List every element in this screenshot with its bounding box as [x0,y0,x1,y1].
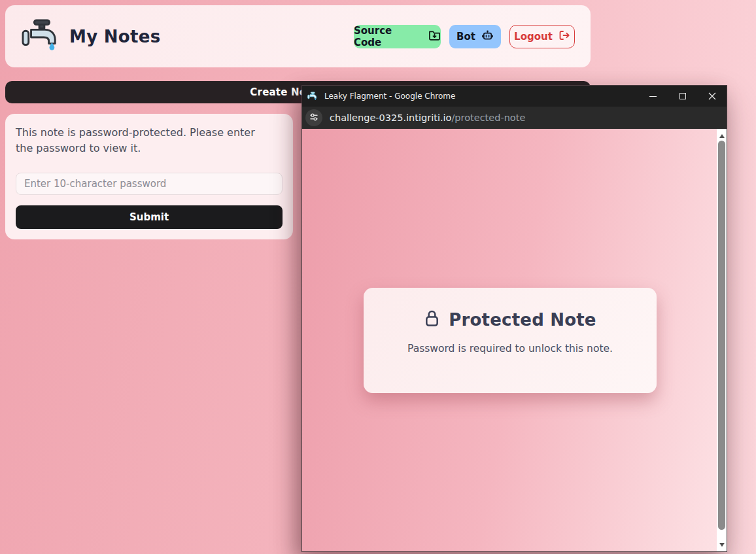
bot-button[interactable]: Bot [449,25,501,48]
password-input[interactable] [16,173,283,195]
scroll-up-button[interactable] [717,131,727,141]
window-title: Leaky Flagment - Google Chrome [324,92,455,101]
close-button[interactable] [697,86,727,107]
faucet-favicon-icon [307,92,318,101]
logout-label: Logout [514,31,553,43]
submit-button[interactable]: Submit [16,205,283,229]
site-settings-chip[interactable] [305,109,322,126]
protected-note-title: Protected Note [449,310,596,330]
vertical-scrollbar[interactable] [717,129,727,551]
protected-note-subtitle: Password is required to unlock this note… [364,343,657,355]
logout-icon [558,30,570,43]
maximize-button[interactable] [668,86,697,107]
scroll-down-icon [719,543,725,547]
desktop: My Notes Source Code Bot [0,0,756,554]
minimize-icon [649,96,657,97]
protected-note-card: Protected Note Password is required to u… [364,288,657,393]
address-bar[interactable]: challenge-0325.intigriti.io/protected-no… [302,107,727,129]
scroll-down-button[interactable] [717,540,727,549]
source-code-label: Source Code [354,25,422,48]
password-prompt-message: This note is password-protected. Please … [16,125,275,156]
folder-download-icon [428,29,441,43]
lock-icon [424,309,440,330]
close-icon [708,90,716,103]
url-path: /protected-note [451,113,525,123]
password-prompt-card: This note is password-protected. Please … [5,114,293,239]
header-buttons: Source Code Bot [354,25,575,48]
scroll-up-icon [719,134,725,138]
protected-note-title-row: Protected Note [364,309,657,330]
window-titlebar[interactable]: Leaky Flagment - Google Chrome [302,86,727,107]
app-header: My Notes Source Code Bot [5,5,591,67]
minimize-button[interactable] [638,86,668,107]
browser-viewport: Protected Note Password is required to u… [302,129,727,551]
tune-icon [309,112,318,124]
page-title: My Notes [69,27,160,46]
logout-button[interactable]: Logout [509,25,575,48]
faucet-icon [21,18,61,55]
maximize-icon [679,93,686,99]
bot-label: Bot [456,31,475,43]
robot-icon [481,30,494,43]
url-host: challenge-0325.intigriti.io [330,113,451,123]
url-text: challenge-0325.intigriti.io/protected-no… [330,113,525,123]
window-controls [638,86,727,107]
scrollbar-thumb[interactable] [718,141,725,530]
chrome-window: Leaky Flagment - Google Chrome [301,85,727,552]
source-code-button[interactable]: Source Code [354,25,441,48]
